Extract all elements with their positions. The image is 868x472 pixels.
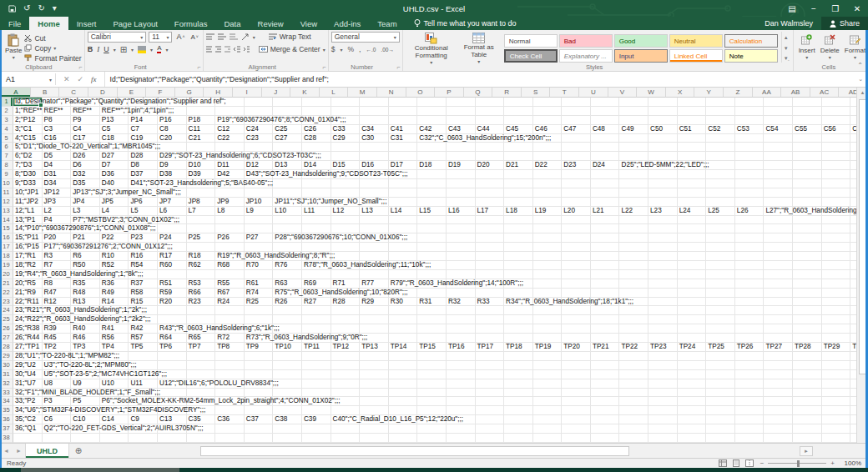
cell-P17[interactable]	[447, 243, 476, 252]
row-header-17[interactable]: 17	[0, 243, 13, 252]
insert-function-icon[interactable]: fx	[91, 75, 97, 83]
cell-X31[interactable]	[678, 370, 707, 379]
cell-AA20[interactable]	[764, 270, 793, 279]
row-header-15[interactable]: 15	[0, 224, 13, 233]
cell-O24[interactable]	[417, 306, 447, 315]
cell-AA12[interactable]	[764, 198, 793, 207]
cell-AA19[interactable]	[764, 261, 793, 270]
conditional-formatting-button[interactable]: Conditional Formatting▾	[406, 32, 457, 63]
cell-H6[interactable]	[215, 143, 245, 152]
cell-AB36[interactable]	[793, 415, 822, 424]
cell-T3[interactable]	[562, 116, 591, 125]
cell-K8[interactable]: D14	[302, 161, 331, 170]
cell-N2[interactable]	[389, 107, 418, 116]
delete-dropdown-icon[interactable]: ▾	[829, 54, 831, 62]
cell-C7[interactable]: D26	[71, 152, 100, 161]
cell-L10[interactable]	[331, 179, 361, 188]
column-header-X[interactable]: X	[666, 88, 695, 98]
cell-C36[interactable]: C10	[71, 415, 100, 424]
cell-F8[interactable]: D9	[158, 161, 187, 170]
formula-input[interactable]: Id;"Designator";"Package";"Quantity";"De…	[105, 72, 854, 87]
row-header-36[interactable]: 36	[0, 415, 13, 424]
cell-X33[interactable]	[678, 389, 707, 398]
cell-Y25[interactable]	[706, 315, 735, 324]
cell-T8[interactable]: D23	[562, 161, 591, 170]
cell-P11[interactable]	[447, 188, 476, 198]
cell-R4[interactable]: C45	[504, 125, 533, 134]
cell-T5[interactable]	[562, 134, 591, 143]
cell-H28[interactable]: TP8	[215, 343, 245, 352]
column-header-T[interactable]: T	[550, 88, 579, 98]
cell-D3[interactable]: P13	[100, 116, 129, 125]
cell-N25[interactable]	[389, 315, 418, 324]
cell-T21[interactable]	[562, 279, 591, 289]
cell-L28[interactable]: TP12	[331, 343, 361, 352]
cell-X18[interactable]	[678, 252, 707, 261]
cell-P29[interactable]	[447, 352, 476, 361]
row-header-31[interactable]: 31	[0, 370, 13, 379]
cell-I25[interactable]	[245, 315, 274, 324]
cell-A7[interactable]: 6;"D2	[13, 152, 43, 161]
cell-O33[interactable]	[417, 389, 447, 398]
cell-B19[interactable]: R7	[43, 261, 72, 270]
cell-A30[interactable]: 29;"U2	[13, 361, 43, 370]
cell-B34[interactable]: P3	[43, 397, 72, 406]
cell-U27[interactable]	[591, 334, 620, 343]
cell-D28[interactable]: TP4	[100, 343, 129, 352]
cell-V24[interactable]	[619, 306, 648, 315]
cell-I14[interactable]	[245, 216, 274, 225]
cell-Q31[interactable]	[476, 370, 505, 379]
cell-AB8[interactable]	[793, 161, 822, 170]
cell-I23[interactable]: R25	[245, 298, 274, 307]
fill-color-icon[interactable]	[138, 46, 146, 53]
cell-H19[interactable]: R68	[215, 261, 245, 270]
cell-Z1[interactable]	[735, 98, 765, 107]
cell-N35[interactable]	[389, 406, 418, 415]
cell-E27[interactable]: R57	[129, 334, 158, 343]
cell-T35[interactable]	[562, 406, 591, 415]
cell-style-check[interactable]: Check Cell	[504, 49, 558, 63]
cell-W9[interactable]	[648, 170, 678, 179]
cell-A31[interactable]: 30;"U4	[13, 370, 43, 379]
cell-D18[interactable]: R10	[100, 252, 129, 261]
cell-I30[interactable]	[245, 361, 274, 370]
cell-X27[interactable]	[678, 334, 707, 343]
cell-Y37[interactable]	[706, 424, 735, 434]
cell-R32[interactable]	[504, 379, 533, 389]
row-header-37[interactable]: 37	[0, 424, 13, 434]
cell-Z12[interactable]	[735, 198, 765, 207]
cell-AB31[interactable]	[793, 370, 822, 379]
cell-I20[interactable]	[245, 270, 274, 279]
cell-J35[interactable]	[273, 406, 302, 415]
column-header-S[interactable]: S	[522, 88, 551, 98]
cell-R27[interactable]	[504, 334, 533, 343]
cell-AC14[interactable]	[822, 216, 851, 225]
cell-D19[interactable]: R52	[100, 261, 129, 270]
cell-J1[interactable]	[273, 98, 302, 107]
cell-I38[interactable]	[245, 434, 274, 443]
cell-style-note[interactable]: Note	[724, 49, 778, 63]
cell-O9[interactable]	[417, 170, 447, 179]
cell-N32[interactable]	[389, 379, 418, 389]
cell-S3[interactable]	[533, 116, 563, 125]
cell-H24[interactable]	[215, 306, 245, 315]
cell-P27[interactable]	[447, 334, 476, 343]
cell-S20[interactable]	[533, 270, 563, 279]
cell-U6[interactable]	[591, 143, 620, 152]
cell-AB7[interactable]	[793, 152, 822, 161]
cell-W13[interactable]: L23	[648, 207, 678, 216]
cell-T31[interactable]	[562, 370, 591, 379]
cell-S34[interactable]	[533, 397, 563, 406]
cell-G27[interactable]: R65	[187, 334, 216, 343]
cell-N26[interactable]	[389, 324, 418, 334]
cell-L7[interactable]	[331, 152, 361, 161]
cell-M37[interactable]	[360, 424, 389, 434]
cell-Z38[interactable]	[735, 434, 765, 443]
cell-P18[interactable]	[447, 252, 476, 261]
cell-N29[interactable]	[389, 352, 418, 361]
row-header-18[interactable]: 18	[0, 252, 13, 261]
cell-H12[interactable]: JP9	[215, 198, 245, 207]
cell-B7[interactable]: D5	[43, 152, 72, 161]
cell-S6[interactable]	[533, 143, 563, 152]
cell-E28[interactable]: TP5	[129, 343, 158, 352]
